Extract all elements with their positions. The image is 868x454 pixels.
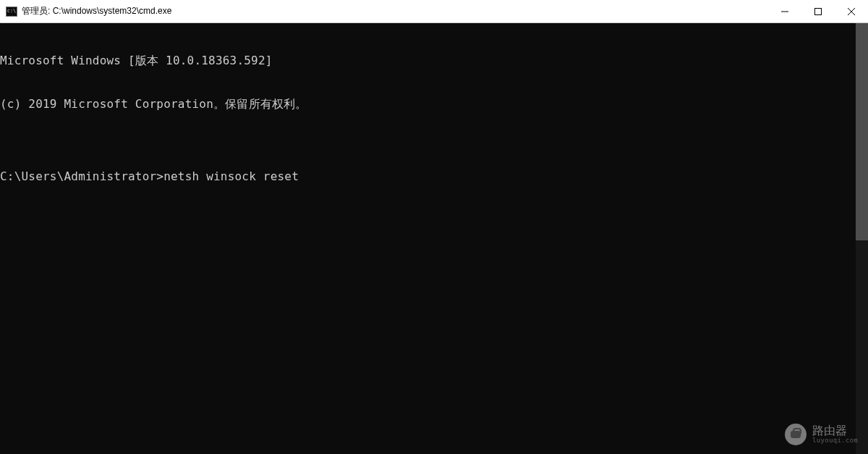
maximize-icon [814,8,822,15]
window-titlebar: 管理员: C:\windows\system32\cmd.exe [0,0,868,23]
close-icon [848,8,855,15]
prompt-text: C:\Users\Administrator> [0,169,163,183]
titlebar-left: 管理员: C:\windows\system32\cmd.exe [0,5,171,17]
watermark-lock-icon [785,424,807,445]
command-text: netsh winsock reset [163,169,299,183]
window-title: 管理员: C:\windows\system32\cmd.exe [22,5,171,17]
terminal-prompt-line: C:\Users\Administrator>netsh winsock res… [0,169,868,184]
watermark: 路由器 luyouqi.com [785,424,858,445]
terminal-version-line: Microsoft Windows [版本 10.0.18363.592] [0,54,868,68]
vertical-scrollbar[interactable] [856,23,868,454]
window-controls [768,0,868,22]
watermark-text: 路由器 luyouqi.com [812,424,858,444]
minimize-button[interactable] [768,0,801,22]
cmd-icon [6,7,17,17]
close-button[interactable] [835,0,868,22]
terminal-copyright-line: (c) 2019 Microsoft Corporation。保留所有权利。 [0,97,868,112]
maximize-button[interactable] [801,0,835,22]
scrollbar-thumb[interactable] [856,23,868,240]
minimize-icon [781,8,788,15]
svg-rect-1 [815,8,822,14]
watermark-title: 路由器 [812,424,858,437]
terminal-area[interactable]: Microsoft Windows [版本 10.0.18363.592] (c… [0,23,868,454]
watermark-subtitle: luyouqi.com [812,437,858,445]
